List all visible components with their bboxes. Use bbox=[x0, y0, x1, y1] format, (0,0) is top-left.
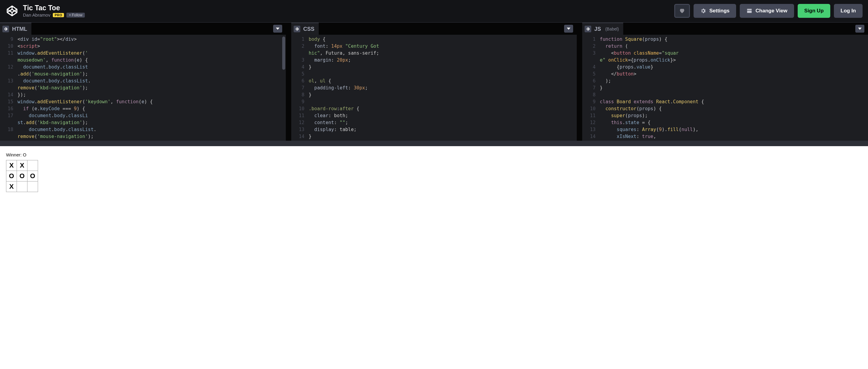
js-pane-header: JS (Babel) bbox=[582, 23, 868, 35]
author-link[interactable]: Dan Abramov bbox=[23, 12, 51, 18]
preview-pane: Winner: O XXOOOX bbox=[0, 146, 868, 369]
css-pane: CSS 1234567891011121314 body { font: 14p… bbox=[291, 23, 577, 141]
vertical-resizer[interactable] bbox=[0, 141, 868, 146]
html-gutter: 910111213141516171819 bbox=[0, 35, 16, 141]
gear-icon bbox=[586, 27, 590, 31]
pro-badge: PRO bbox=[53, 13, 64, 17]
title-block: Tic Tac Toe Dan Abramov PRO + Follow bbox=[23, 4, 85, 18]
js-code-editor[interactable]: 1234567891011121314 function Square(prop… bbox=[582, 35, 868, 141]
css-gutter: 1234567891011121314 bbox=[291, 35, 307, 141]
change-view-button[interactable]: Change View bbox=[740, 4, 794, 18]
chevron-down-icon bbox=[276, 27, 279, 31]
html-pane-title: HTML bbox=[12, 26, 27, 32]
html-pane-menu-button[interactable] bbox=[273, 25, 282, 33]
plus-icon: + bbox=[69, 13, 71, 17]
css-pane-tab[interactable]: CSS bbox=[291, 23, 319, 35]
board-square[interactable]: X bbox=[17, 160, 28, 171]
css-pane-header: CSS bbox=[291, 23, 577, 35]
board-square[interactable] bbox=[27, 181, 38, 192]
codepen-logo[interactable] bbox=[5, 4, 19, 18]
scrollbar-thumb[interactable] bbox=[282, 36, 285, 70]
html-code-editor[interactable]: 910111213141516171819 <div id="root"></d… bbox=[0, 35, 286, 141]
html-code-lines: <div id="root"></div><script>window.addE… bbox=[18, 35, 286, 141]
css-code-lines: body { font: 14px "Century Gothic", Futu… bbox=[309, 35, 577, 141]
js-code-lines: function Square(props) { return ( <butto… bbox=[600, 35, 868, 141]
board-square[interactable]: O bbox=[17, 171, 28, 182]
love-button[interactable] bbox=[674, 4, 690, 18]
js-settings-button[interactable] bbox=[585, 26, 591, 32]
gear-icon bbox=[4, 27, 8, 31]
board-square[interactable] bbox=[17, 181, 28, 192]
js-pane-title: JS bbox=[594, 26, 601, 32]
board-square[interactable] bbox=[27, 160, 38, 171]
gear-icon bbox=[295, 27, 299, 31]
css-settings-button[interactable] bbox=[294, 26, 300, 32]
signup-label: Sign Up bbox=[804, 8, 824, 14]
layout-icon bbox=[746, 8, 752, 14]
board-square[interactable]: X bbox=[6, 181, 17, 192]
settings-button[interactable]: Settings bbox=[693, 4, 736, 18]
board-square[interactable]: O bbox=[6, 171, 17, 182]
html-settings-button[interactable] bbox=[2, 26, 9, 32]
app-header: Tic Tac Toe Dan Abramov PRO + Follow Set… bbox=[0, 0, 868, 22]
pen-title: Tic Tac Toe bbox=[23, 4, 85, 12]
signup-button[interactable]: Sign Up bbox=[798, 4, 830, 18]
board-square[interactable]: O bbox=[27, 171, 38, 182]
board-row: XX bbox=[6, 160, 862, 171]
board-row: OOO bbox=[6, 171, 862, 182]
settings-label: Settings bbox=[709, 8, 730, 14]
js-pane-menu-button[interactable] bbox=[855, 25, 864, 33]
css-pane-title: CSS bbox=[303, 26, 314, 32]
chevron-down-icon bbox=[858, 27, 862, 31]
js-pane: JS (Babel) 1234567891011121314 function … bbox=[582, 23, 868, 141]
css-pane-menu-button[interactable] bbox=[564, 25, 573, 33]
login-label: Log In bbox=[840, 8, 856, 14]
game-board: XXOOOX bbox=[6, 160, 862, 192]
js-gutter: 1234567891011121314 bbox=[582, 35, 598, 141]
editor-row: HTML 910111213141516171819 <div id="root… bbox=[0, 22, 868, 141]
follow-button[interactable]: + Follow bbox=[66, 13, 85, 18]
js-pane-tab[interactable]: JS (Babel) bbox=[582, 23, 623, 35]
html-pane: HTML 910111213141516171819 <div id="root… bbox=[0, 23, 286, 141]
game-status: Winner: O bbox=[6, 152, 862, 157]
heart-icon bbox=[679, 8, 685, 14]
login-button[interactable]: Log In bbox=[834, 4, 863, 18]
change-view-label: Change View bbox=[755, 8, 787, 14]
board-row: X bbox=[6, 182, 862, 192]
chevron-down-icon bbox=[567, 27, 570, 31]
board-square[interactable]: X bbox=[6, 160, 17, 171]
html-pane-header: HTML bbox=[0, 23, 286, 35]
follow-label: Follow bbox=[72, 13, 83, 17]
html-pane-tab[interactable]: HTML bbox=[0, 23, 31, 35]
js-pane-subtitle: (Babel) bbox=[605, 27, 619, 31]
gear-icon bbox=[700, 8, 706, 14]
css-code-editor[interactable]: 1234567891011121314 body { font: 14px "C… bbox=[291, 35, 577, 141]
